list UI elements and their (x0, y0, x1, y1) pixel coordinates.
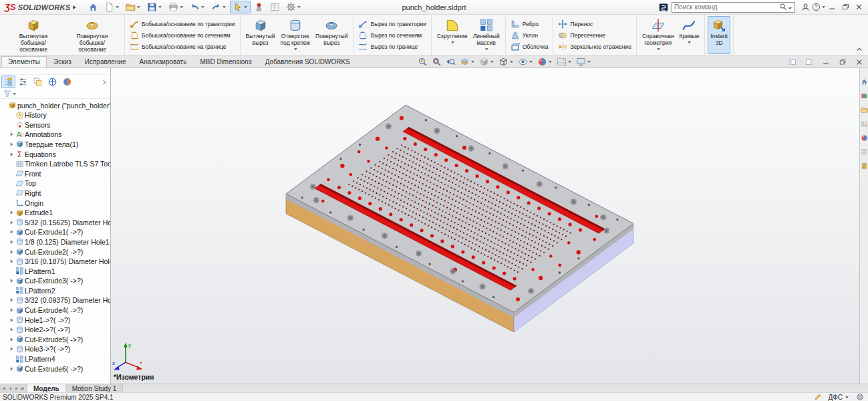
search-icons[interactable] (779, 3, 792, 12)
graphics-area[interactable]: y x z *Изометрия (111, 68, 859, 384)
tree-item[interactable]: Твердые тела(1) (0, 140, 110, 150)
options-button[interactable] (283, 1, 304, 13)
expand-arrow-icon[interactable] (9, 152, 15, 157)
view-palette-tab[interactable] (860, 120, 868, 128)
extruded-boss-button[interactable]: Вытянутаябобышка/основание (4, 16, 63, 54)
boundary-cut-button[interactable]: Вырез по границе (356, 41, 428, 52)
tree-item[interactable]: Cut-Extrude5( ->?) (0, 335, 110, 345)
boundary-boss-button[interactable]: Бобышка/основание на границе (128, 41, 237, 52)
custom-properties-tab[interactable] (860, 148, 868, 156)
swept-cut-button[interactable]: Вырез по траектории (356, 18, 428, 29)
restore-button[interactable] (839, 1, 852, 13)
tab-scroll-next-button[interactable] (14, 386, 19, 391)
tree-item[interactable]: Cut-Extrude1( ->?) (0, 227, 110, 237)
tree-item[interactable]: 3/16 (0.1875) Diameter Hole1->?( (0, 257, 110, 267)
doc-minimize-button[interactable] (820, 57, 832, 68)
open-button[interactable] (123, 1, 144, 13)
expand-arrow-icon[interactable] (9, 346, 15, 352)
file-properties-button[interactable] (267, 1, 283, 13)
tree-item[interactable]: Equations (0, 149, 110, 159)
previous-view-button[interactable] (444, 57, 458, 68)
expand-arrow-icon[interactable] (9, 317, 15, 323)
tree-item[interactable]: Annotations (0, 130, 110, 140)
pencil-icon[interactable] (814, 393, 822, 401)
intersect-button[interactable]: Пересечение (556, 29, 633, 41)
hole-wizard-button[interactable]: Отверстиепод крепеж (278, 16, 313, 54)
minimize-button[interactable] (825, 1, 839, 13)
tree-item[interactable]: Front (0, 168, 110, 178)
lofted-boss-button[interactable]: Бобышка/основание по сечениям (128, 29, 237, 41)
mirror-button[interactable]: Зеркальное отражение (556, 41, 633, 52)
tree-item[interactable]: Sensors (0, 120, 110, 130)
unit-system-selector[interactable]: ДФС (829, 394, 849, 401)
expand-arrow-icon[interactable] (9, 327, 15, 332)
view-orientation-button[interactable] (477, 57, 496, 68)
hide-show-items-button[interactable] (516, 57, 535, 68)
curves-button[interactable]: Кривые (677, 16, 702, 54)
tree-item[interactable]: punch_holder ("punch_holder" Defau (0, 100, 110, 110)
new-document-button[interactable] (102, 1, 122, 13)
expand-arrow-icon[interactable] (9, 307, 15, 313)
solidworks-logo[interactable]: ƷS SOLIDWORKS (3, 2, 78, 12)
tree-item[interactable]: Timken Latrobe TLS S7 Tool Steel (0, 159, 110, 169)
revolved-cut-button[interactable]: Повернутыйвырез (313, 16, 350, 54)
expand-arrow-icon[interactable] (9, 229, 15, 235)
expand-arrow-icon[interactable] (9, 259, 15, 264)
tree-item[interactable]: Top (0, 178, 110, 188)
tree-item[interactable]: Hole2->?( ->?) (0, 325, 110, 335)
tree-item[interactable]: Cut-Extrude3( ->?) (0, 276, 110, 286)
tree-item[interactable]: Cut-Extrude6( ->?) (0, 364, 110, 374)
revolved-boss-button[interactable]: Повернутаябобышка/основание (63, 16, 122, 54)
print-button[interactable] (166, 1, 186, 13)
tree-item[interactable]: LPattern2 (0, 286, 110, 296)
extruded-cut-button[interactable]: Вытянутыйвырез (243, 16, 278, 54)
home-button[interactable] (86, 1, 101, 13)
expand-arrow-icon[interactable] (9, 210, 15, 215)
propertymanager-tab[interactable] (16, 76, 30, 88)
tab-scroll-last-button[interactable] (20, 386, 25, 391)
doc-close-button[interactable] (853, 57, 865, 68)
file-explorer-tab[interactable] (860, 106, 868, 114)
pane-split-right-button[interactable] (803, 57, 815, 68)
tree-filter-button[interactable] (1, 88, 19, 99)
tree-item[interactable]: 5/32 (0.15625) Diameter Hole1->? (0, 217, 110, 227)
tree-item[interactable]: Hole1->?( ->?) (0, 315, 110, 325)
display-style-button[interactable] (496, 57, 516, 68)
tree-item[interactable]: 3/32 (0.09375) Diameter Hole1->? (0, 295, 110, 305)
dimxpertmanager-tab[interactable] (45, 76, 59, 88)
model-tab[interactable]: Модель (27, 384, 66, 392)
panel-splitter[interactable] (0, 68, 110, 75)
swept-boss-button[interactable]: Бобышка/основание по траектории (128, 18, 237, 29)
rollback-button[interactable] (251, 1, 267, 13)
tab-mbd-dimensions[interactable]: MBD Dimensions (193, 56, 258, 68)
view-settings-button[interactable] (574, 57, 593, 68)
edit-appearance-button[interactable] (535, 57, 555, 68)
tree-item[interactable]: Cut-Extrude2( ->?) (0, 247, 110, 257)
search-input[interactable] (674, 3, 778, 11)
rib-button[interactable]: Ребро (509, 18, 551, 29)
user-account-button[interactable] (799, 1, 812, 13)
reference-geometry-button[interactable]: Справочнаягеометрия (639, 16, 677, 54)
fillet-button[interactable]: Скругление (434, 16, 470, 54)
section-view-button[interactable] (458, 57, 477, 68)
shell-button[interactable]: Оболочка (509, 41, 551, 52)
tab-repair[interactable]: Исправление (78, 56, 133, 68)
expand-arrow-icon[interactable] (9, 278, 15, 283)
save-button[interactable] (144, 1, 165, 13)
appearances-tab[interactable] (860, 134, 868, 142)
redo-button[interactable] (208, 1, 229, 13)
tab-sketch[interactable]: Эскиз (47, 56, 78, 68)
tab-features[interactable]: Элементы (1, 56, 47, 68)
expand-arrow-icon[interactable] (9, 249, 15, 255)
tree-item[interactable]: History (0, 110, 110, 120)
expand-arrow-icon[interactable] (9, 366, 15, 372)
instant-3d-button[interactable]: Instant3D (708, 16, 730, 54)
tree-item[interactable]: 1/8 (0.125) Diameter Hole1->?( -> (0, 237, 110, 247)
undo-button[interactable] (187, 1, 208, 13)
zoom-fit-button[interactable] (416, 57, 430, 68)
tree-item[interactable]: Origin (0, 198, 110, 208)
help-button[interactable] (812, 1, 825, 13)
apply-scene-button[interactable] (555, 57, 574, 68)
displaymanager-tab[interactable] (60, 76, 74, 88)
panel-expand-button[interactable] (101, 79, 109, 86)
